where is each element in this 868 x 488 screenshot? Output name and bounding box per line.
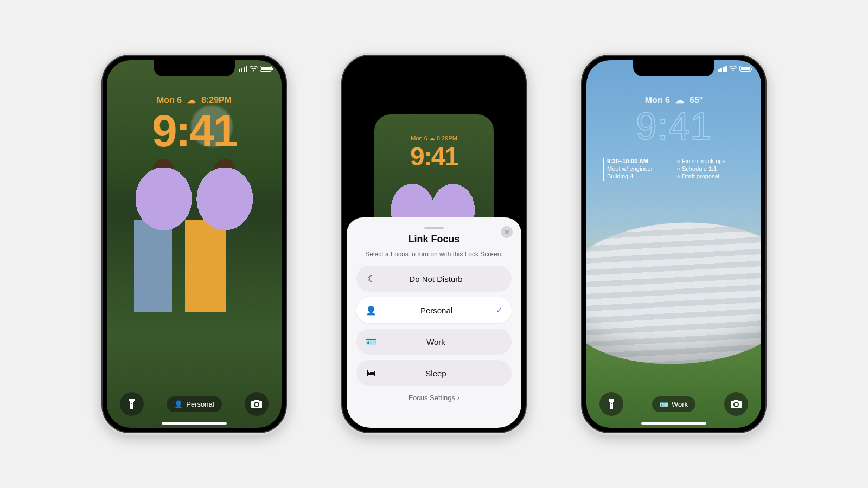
focus-option-sleep[interactable]: 🛏Sleep bbox=[356, 360, 512, 386]
notch bbox=[633, 60, 714, 76]
person-icon: 👤 bbox=[174, 400, 183, 408]
link-focus-sheet: ✕ Link Focus Select a Focus to turn on w… bbox=[347, 217, 521, 428]
cell-signal-icon bbox=[718, 66, 727, 72]
person-icon: 👤 bbox=[365, 305, 377, 316]
focus-option-work[interactable]: 🪪Work bbox=[356, 329, 512, 355]
cal-location: Building 4 bbox=[607, 173, 671, 179]
wifi-icon bbox=[250, 66, 258, 72]
wifi-icon bbox=[729, 66, 737, 72]
focus-chip-label: Personal bbox=[186, 400, 214, 408]
close-icon: ✕ bbox=[504, 228, 510, 236]
screen: Mon 6 ☁︎ 65° 9:41 9:30–10:00 AM Meet w/ … bbox=[586, 60, 761, 428]
lock-temp: 65° bbox=[690, 95, 703, 105]
screen: Mon 6 ☁︎ 8:29PM 9:41 ✕ Link Focus Select… bbox=[347, 60, 521, 428]
sheet-subtitle: Select a Focus to turn on with this Lock… bbox=[356, 251, 512, 258]
flashlight-icon bbox=[128, 399, 136, 409]
moon-icon: ☾ bbox=[365, 274, 377, 284]
focus-option-label: Sleep bbox=[377, 369, 495, 378]
lock-small-time: 8:29PM bbox=[201, 95, 232, 105]
chevron-right-icon: › bbox=[457, 394, 459, 402]
focus-option-do-not-disturb[interactable]: ☾Do Not Disturb bbox=[356, 266, 512, 292]
focus-settings-link[interactable]: Focus Settings › bbox=[356, 394, 512, 402]
lock-date-row: Mon 6 ☁︎ 65° bbox=[586, 95, 761, 105]
lock-date-row: Mon 6 ☁︎ 8:29PM bbox=[107, 95, 282, 105]
status-icons bbox=[239, 66, 272, 72]
flashlight-icon bbox=[608, 399, 615, 409]
calendar-widget[interactable]: 9:30–10:00 AM Meet w/ engineer Building … bbox=[603, 158, 671, 181]
camera-icon bbox=[731, 400, 742, 408]
reminder-item: Draft proposal bbox=[676, 173, 745, 179]
flashlight-button[interactable] bbox=[599, 392, 623, 416]
camera-icon bbox=[251, 400, 262, 408]
reminders-widget[interactable]: Finish mock-ups Schedule 1:1 Draft propo… bbox=[676, 158, 745, 181]
notch bbox=[154, 60, 235, 76]
focus-settings-label: Focus Settings bbox=[409, 394, 455, 402]
phone-work: Mon 6 ☁︎ 65° 9:41 9:30–10:00 AM Meet w/ … bbox=[581, 55, 767, 433]
cal-title: Meet w/ engineer bbox=[607, 165, 671, 172]
camera-button[interactable] bbox=[724, 392, 748, 416]
phone-personal: Mon 6 ☁︎ 8:29PM 9:41 👤 Personal bbox=[101, 55, 287, 433]
cell-signal-icon bbox=[239, 66, 248, 72]
lock-bottom-bar: 👤 Personal bbox=[107, 392, 282, 416]
battery-icon bbox=[260, 66, 272, 72]
focus-chip[interactable]: 👤 Personal bbox=[167, 396, 221, 412]
focus-chip-label: Work bbox=[672, 400, 688, 408]
focus-chip[interactable]: 🪪 Work bbox=[652, 396, 695, 412]
focus-option-list: ☾Do Not Disturb👤Personal✓🪪Work🛏Sleep bbox=[356, 266, 512, 391]
weather-icon: ☁︎ bbox=[187, 95, 196, 105]
bed-icon: 🛏 bbox=[365, 368, 377, 378]
focus-option-label: Work bbox=[377, 337, 495, 346]
reminder-item: Schedule 1:1 bbox=[676, 165, 745, 172]
sheet-grab-handle[interactable] bbox=[424, 227, 444, 229]
home-indicator[interactable] bbox=[162, 422, 227, 425]
phone-link-focus: Mon 6 ☁︎ 8:29PM 9:41 ✕ Link Focus Select… bbox=[341, 55, 527, 433]
badge-icon: 🪪 bbox=[365, 337, 377, 347]
lock-clock: 9:41 bbox=[586, 105, 761, 148]
focus-option-personal[interactable]: 👤Personal✓ bbox=[356, 297, 512, 323]
lock-bottom-bar: 🪪 Work bbox=[586, 392, 761, 416]
cal-time: 9:30–10:00 AM bbox=[607, 158, 671, 164]
camera-button[interactable] bbox=[245, 392, 269, 416]
home-indicator[interactable] bbox=[641, 422, 706, 425]
focus-option-label: Do Not Disturb bbox=[377, 274, 495, 284]
lock-widgets: 9:30–10:00 AM Meet w/ engineer Building … bbox=[603, 158, 745, 181]
notch bbox=[393, 60, 475, 76]
checkmark-icon: ✓ bbox=[496, 305, 503, 315]
lock-date: Mon 6 bbox=[645, 95, 670, 105]
lock-clock: 9:41 bbox=[107, 105, 282, 157]
reminder-item: Finish mock-ups bbox=[676, 158, 745, 164]
status-icons bbox=[718, 66, 752, 72]
focus-option-label: Personal bbox=[377, 306, 496, 315]
flashlight-button[interactable] bbox=[120, 392, 144, 416]
mini-clock: 9:41 bbox=[347, 142, 521, 171]
badge-icon: 🪪 bbox=[660, 400, 668, 408]
screen: Mon 6 ☁︎ 8:29PM 9:41 👤 Personal bbox=[107, 60, 282, 428]
weather-icon: ☁︎ bbox=[675, 95, 684, 105]
lock-date: Mon 6 bbox=[157, 95, 182, 105]
close-button[interactable]: ✕ bbox=[501, 226, 513, 238]
sheet-title: Link Focus bbox=[356, 234, 512, 245]
battery-icon bbox=[739, 66, 751, 72]
